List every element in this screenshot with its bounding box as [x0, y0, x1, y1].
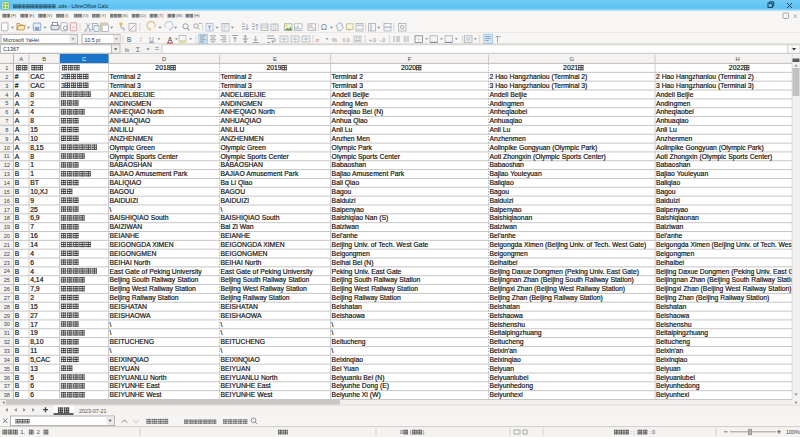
svg-text:BEIGONGMEN: BEIGONGMEN: [221, 250, 268, 257]
svg-text:Beiyuanlubei: Beiyuanlubei: [656, 374, 695, 382]
svg-text:Beijing Railway Station: Beijing Railway Station: [110, 294, 179, 302]
svg-text:1: 1: [5, 65, 8, 71]
svg-text:38: 38: [4, 392, 10, 398]
svg-text:16: 16: [30, 232, 38, 239]
svg-text:Terminal 3: Terminal 3: [221, 82, 253, 89]
svg-text:Babaoshan: Babaoshan: [332, 161, 367, 168]
svg-text:Beiyunhexi: Beiyunhexi: [656, 391, 690, 399]
svg-text:BEIYUNHE West: BEIYUNHE West: [221, 391, 273, 398]
svg-text:\: \: [221, 329, 223, 336]
svg-text:A: A: [15, 135, 20, 142]
svg-text:B: B: [127, 36, 132, 43]
svg-text:B: B: [15, 382, 20, 389]
svg-text:Bei Yuan: Bei Yuan: [332, 365, 359, 372]
svg-text:8,15: 8,15: [30, 144, 43, 151]
svg-text:BEIXINQIAO: BEIXINQIAO: [110, 356, 149, 364]
svg-text:(W): (W): [176, 13, 183, 18]
svg-text:Andingmen: Andingmen: [656, 100, 691, 108]
svg-text:Bagou: Bagou: [490, 188, 510, 196]
svg-text:ANHUAQIAO: ANHUAQIAO: [110, 117, 151, 125]
svg-text:A: A: [15, 117, 20, 124]
svg-text:BABAOSHAN: BABAOSHAN: [221, 161, 263, 168]
svg-text:BEIHAI North: BEIHAI North: [221, 259, 262, 266]
svg-text:B: B: [15, 303, 20, 310]
svg-text:Beiyunhe Dong (E): Beiyunhe Dong (E): [332, 382, 389, 390]
svg-text:BEIGONGDA XIMEN: BEIGONGDA XIMEN: [110, 241, 174, 248]
svg-text:B: B: [15, 391, 20, 398]
svg-text:2 Hao Hangzhanlou (Terminal 2): 2 Hao Hangzhanlou (Terminal 2): [656, 73, 754, 81]
svg-text:BEIYUNHE East: BEIYUNHE East: [221, 382, 271, 389]
svg-text:Aoti Zhongxin (Olympic Sports: Aoti Zhongxin (Olympic Sports Center): [656, 153, 772, 161]
svg-text:(H): (H): [194, 13, 200, 18]
svg-text:Olympic Sports Center: Olympic Sports Center: [110, 153, 179, 161]
svg-text:B: B: [15, 276, 20, 283]
svg-text:B: B: [15, 374, 20, 381]
svg-text:10: 10: [30, 135, 38, 142]
svg-text:7,9: 7,9: [30, 285, 40, 292]
svg-text:6: 6: [30, 391, 34, 398]
svg-text:East Gate of Peking University: East Gate of Peking University: [221, 268, 314, 276]
svg-text:B: B: [15, 312, 20, 319]
svg-text:(E): (E): [29, 13, 35, 18]
svg-text:BAIDUIZI: BAIDUIZI: [110, 197, 139, 204]
svg-text:Peking Univ. East Gate: Peking Univ. East Gate: [332, 268, 402, 276]
svg-text:100%: 100%: [786, 429, 800, 435]
svg-text:Beijingnan Zhan (Beijing South: Beijingnan Zhan (Beijing South Railway S…: [656, 276, 800, 284]
svg-text:Beishenshu: Beishenshu: [656, 321, 692, 328]
svg-text:\: \: [332, 329, 334, 336]
svg-text:(O): (O): [82, 13, 89, 18]
svg-text:11: 11: [30, 347, 37, 354]
svg-text:9: 9: [30, 197, 34, 204]
svg-text:Beijing Daxue Dongmen (Peking: Beijing Daxue Dongmen (Peking Univ. East…: [490, 268, 639, 276]
svg-text:17: 17: [4, 207, 10, 213]
svg-text:Beijingxi Zhan (Beijing West R: Beijingxi Zhan (Beijing West Railway Sta…: [490, 285, 626, 293]
svg-text:Bei'anhe: Bei'anhe: [656, 232, 682, 239]
svg-text:BEISHATAN: BEISHATAN: [221, 303, 259, 310]
svg-text:#: #: [15, 73, 19, 80]
svg-text:Beijing Daxue Dongmen (Peking: Beijing Daxue Dongmen (Peking Univ. East…: [656, 268, 800, 276]
svg-text:31: 31: [4, 330, 10, 336]
svg-text:Anhuaqiao: Anhuaqiao: [656, 117, 689, 125]
svg-text:12: 12: [4, 162, 10, 168]
svg-text:33: 33: [4, 348, 10, 354]
svg-text:2021: 2021: [563, 64, 578, 71]
svg-text:Baiziwan: Baiziwan: [332, 223, 359, 230]
svg-text:Beixin'an: Beixin'an: [656, 347, 684, 354]
svg-text:BEIYUAN: BEIYUAN: [221, 365, 251, 372]
svg-text:C1367: C1367: [3, 46, 19, 52]
svg-text:Beishatan: Beishatan: [332, 303, 362, 310]
svg-text:Beixinqiao: Beixinqiao: [656, 356, 688, 364]
svg-text:(F): (F): [11, 13, 17, 18]
svg-text:Beigongmen: Beigongmen: [656, 250, 694, 258]
svg-text:4: 4: [30, 108, 34, 115]
svg-text:8,10: 8,10: [30, 338, 43, 345]
svg-text:Anheqiao Bei (N): Anheqiao Bei (N): [332, 108, 384, 116]
svg-text:(D): (D): [140, 13, 146, 18]
svg-text:Bei'anhe: Bei'anhe: [332, 232, 358, 239]
svg-text:\: \: [110, 206, 112, 213]
svg-text:Bajiao Youleyuan: Bajiao Youleyuan: [490, 170, 542, 178]
svg-text:22: 22: [4, 251, 10, 257]
svg-text:8: 8: [30, 153, 34, 160]
svg-text:7: 7: [30, 223, 34, 230]
svg-text:Beishatan: Beishatan: [490, 303, 520, 310]
svg-text:Anding Men: Anding Men: [332, 100, 368, 108]
svg-text:Babaoshan: Babaoshan: [490, 161, 525, 168]
svg-text:0: 0: [400, 429, 403, 435]
svg-text:Bajiao Youleyuan: Bajiao Youleyuan: [656, 170, 708, 178]
svg-text:2: 2: [37, 429, 40, 435]
svg-text:Ω: Ω: [321, 22, 327, 32]
svg-text:C: C: [82, 56, 86, 62]
svg-text:Beishenshu: Beishenshu: [490, 321, 526, 328]
svg-text:BAIDUIZI: BAIDUIZI: [221, 197, 250, 204]
svg-text:27: 27: [4, 295, 10, 301]
svg-text:Anheqiaobei: Anheqiaobei: [656, 108, 694, 116]
svg-text:\: \: [221, 321, 223, 328]
svg-text:4,14: 4,14: [30, 276, 43, 283]
svg-text:Beihaibei: Beihaibei: [656, 259, 684, 266]
svg-text:BEIYUNHE East: BEIYUNHE East: [110, 382, 160, 389]
svg-text:37: 37: [4, 383, 10, 389]
svg-text:BEIXINQIAO: BEIXINQIAO: [221, 356, 260, 364]
svg-text:U: U: [149, 36, 154, 43]
svg-text:Beitucheng: Beitucheng: [490, 338, 524, 346]
